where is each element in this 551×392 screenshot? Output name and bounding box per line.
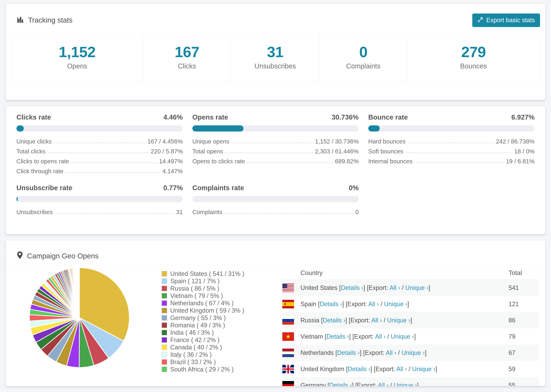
- details-link[interactable]: Details ›: [348, 365, 370, 372]
- legend-label: Brazil ( 33 / 2% ): [170, 358, 216, 366]
- legend-label: Italy ( 36 / 2% ): [170, 351, 212, 358]
- slash-separator: /: [407, 365, 412, 372]
- stat-bounces: 279 Bounces: [407, 34, 540, 82]
- legend-label: Vietnam ( 79 / 5% ): [170, 292, 223, 300]
- rate-detail-value: 167 / 4.456%: [148, 138, 183, 144]
- unsubscribe-rate-rows: Unsubscribes31: [16, 209, 183, 215]
- rates-grid: Clicks rate 4.46% Unique clicks167 / 4.4…: [16, 113, 535, 215]
- geo-row-total: 59: [509, 365, 516, 373]
- slash-separator: /: [386, 333, 391, 340]
- bounce-rate-rows: Hard bounces242 / 86.738%Soft bounces18 …: [368, 138, 535, 164]
- stat-opens-value: 1,152: [11, 43, 143, 61]
- legend-label: Romania ( 49 / 3% ): [170, 322, 225, 329]
- export-all-link[interactable]: All ›: [378, 382, 389, 386]
- legend-item: United Kingdom ( 59 / 3% ): [162, 307, 244, 314]
- es-flag-icon: [282, 300, 294, 308]
- legend-label: Germany ( 55 / 3% ): [170, 314, 226, 322]
- clicks-rate-progressbar: [16, 125, 183, 132]
- details-link[interactable]: Details ›: [323, 317, 345, 324]
- export-basic-stats-button[interactable]: Export basic stats: [472, 14, 540, 27]
- rate-detail-label: Unsubscribes: [16, 209, 53, 215]
- geo-row-links: United Kingdom [Details ›] [Export: All …: [300, 365, 437, 373]
- bounce-rate-value: 6.927%: [511, 113, 535, 121]
- export-all-link[interactable]: All ›: [375, 333, 386, 340]
- stat-complaints-label: Complaints: [319, 62, 407, 70]
- geo-title: Campaign Geo Opens: [16, 251, 99, 261]
- slash-separator: /: [382, 317, 387, 324]
- legend-swatch: [162, 352, 167, 357]
- rate-detail-row: Soft bounces18 / 0%: [368, 148, 535, 154]
- rate-detail-value: 242 / 86.738%: [496, 138, 535, 144]
- details-link[interactable]: Details ›: [320, 301, 342, 308]
- rate-detail-row: Clicks to opens rate14.497%: [16, 158, 183, 164]
- legend-swatch: [162, 344, 167, 350]
- bounce-rate-block: Bounce rate 6.927% Hard bounces242 / 86.…: [368, 113, 535, 174]
- rate-detail-row: Total opens2,303 / 61.446%: [192, 148, 359, 154]
- dotted-leader: [247, 162, 333, 163]
- legend-swatch: [162, 271, 167, 277]
- export-unique-link[interactable]: Unique ›: [402, 349, 425, 356]
- legend-label: India ( 46 / 3% ): [170, 329, 214, 336]
- legend-swatch: [162, 278, 167, 284]
- bracket-close: ]: [429, 284, 430, 291]
- unsubscribe-rate-progressbar: [16, 196, 183, 202]
- rate-detail-row: Internal bounces19 / 6.81%: [368, 158, 535, 164]
- export-all-link[interactable]: All ›: [389, 284, 400, 291]
- legend-item: Netherlands ( 67 / 4% ): [162, 300, 244, 307]
- legend-item: India ( 46 / 3% ): [162, 329, 244, 336]
- geo-content: United States ( 541 / 31% )Spain ( 121 /…: [6, 264, 545, 386]
- details-link[interactable]: Details ›: [337, 349, 360, 356]
- details-link[interactable]: Details ›: [329, 382, 352, 386]
- legend-swatch: [162, 366, 167, 372]
- tracking-stats-title: Tracking stats: [16, 15, 72, 25]
- opens-rate-progressbar: [192, 125, 359, 132]
- unsubscribe-rate-title: Unsubscribe rate: [16, 184, 72, 192]
- export-unique-link[interactable]: Unique ›: [387, 317, 410, 324]
- bracket-close: ]: [407, 301, 409, 308]
- progress-fill: [192, 125, 243, 132]
- rate-detail-row: Hard bounces242 / 86.738%: [368, 138, 535, 144]
- export-label: ] [Export:: [352, 382, 378, 386]
- export-icon: [477, 16, 484, 24]
- export-unique-link[interactable]: Unique ›: [412, 365, 435, 372]
- opens-rate-value: 30.736%: [332, 113, 359, 121]
- legend-item: Spain ( 121 / 7% ): [162, 277, 244, 285]
- geo-table-header-country: Country: [300, 269, 323, 277]
- stats-summary-row: 1,152 Opens 167 Clicks 31 Unsubscribes 0…: [11, 33, 540, 82]
- dotted-leader: [47, 153, 149, 153]
- rate-detail-value: 14.497%: [159, 158, 183, 164]
- rates-empty-cell: [368, 184, 535, 215]
- geo-row-total: 55: [509, 382, 516, 386]
- stat-opens-label: Opens: [11, 62, 143, 70]
- clicks-rate-title: Clicks rate: [16, 113, 51, 121]
- clicks-rate-value: 4.46%: [163, 113, 183, 121]
- export-all-link[interactable]: All ›: [396, 365, 407, 372]
- export-unique-link[interactable]: Unique ›: [394, 382, 417, 386]
- legend-swatch: [162, 300, 167, 306]
- geo-table-row: United Kingdom [Details ›] [Export: All …: [282, 361, 539, 377]
- legend-swatch: [162, 337, 167, 343]
- export-unique-link[interactable]: Unique ›: [405, 284, 429, 291]
- export-unique-link[interactable]: Unique ›: [384, 301, 407, 308]
- export-all-link[interactable]: All ›: [371, 317, 382, 324]
- dotted-leader: [407, 143, 494, 143]
- export-unique-link[interactable]: Unique ›: [391, 333, 414, 340]
- geo-title-text: Campaign Geo Opens: [27, 252, 99, 260]
- geo-table-row: United States [Details ›] [Export: All ›…: [282, 280, 539, 296]
- legend-swatch: [162, 308, 167, 313]
- details-link[interactable]: Details ›: [341, 284, 363, 291]
- details-link[interactable]: Details ›: [326, 333, 349, 340]
- rate-detail-value: 2,303 / 61.446%: [315, 148, 359, 154]
- dotted-leader: [71, 162, 157, 163]
- complaints-rate-rows: Complaints0: [192, 209, 359, 215]
- geo-table: Country Total United States [Details ›] …: [282, 266, 539, 386]
- tracking-stats-card: Tracking stats Export basic stats 1,152 …: [6, 4, 545, 100]
- dotted-leader: [225, 153, 313, 153]
- rate-detail-label: Click through rate: [16, 168, 63, 174]
- dotted-leader: [414, 162, 504, 163]
- geo-table-row: Vietnam [Details ›] [Export: All › / Uni…: [282, 328, 539, 345]
- export-all-link[interactable]: All ›: [386, 349, 396, 356]
- export-all-link[interactable]: All ›: [368, 301, 379, 308]
- map-pin-icon: [16, 251, 23, 261]
- tracking-stats-title-text: Tracking stats: [28, 16, 72, 24]
